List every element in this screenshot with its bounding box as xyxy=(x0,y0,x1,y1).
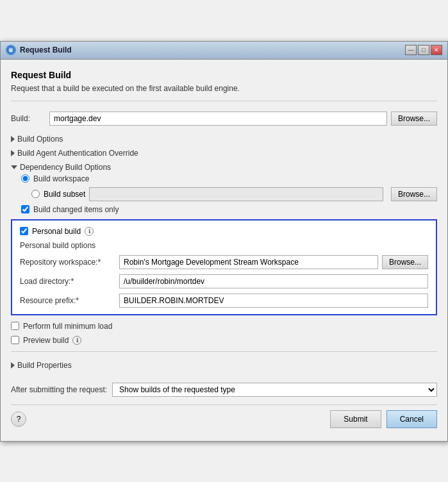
build-subset-radio[interactable] xyxy=(31,190,40,198)
action-buttons: Submit Cancel xyxy=(330,410,437,428)
repository-workspace-label: Repository workspace:* xyxy=(20,258,119,267)
svg-text:B: B xyxy=(9,48,12,53)
subset-browse-button[interactable]: Browse... xyxy=(391,187,437,201)
perform-minimum-load-label: Perform full minimum load xyxy=(23,322,112,331)
close-button[interactable]: ✕ xyxy=(431,45,442,55)
repository-workspace-row: Repository workspace:* Browse... xyxy=(20,255,428,269)
dependency-build-label: Dependency Build Options xyxy=(20,163,111,172)
help-button[interactable]: ? xyxy=(11,411,26,427)
dependency-build-options: Build workspace Build subset Browse... xyxy=(11,174,437,201)
personal-build-options-grid: Repository workspace:* Browse... Load di… xyxy=(20,255,428,308)
window-title: Request Build xyxy=(20,46,72,54)
perform-minimum-load-row: Perform full minimum load xyxy=(11,322,437,331)
build-label: Build: xyxy=(11,114,49,123)
title-bar: B Request Build — □ ✕ xyxy=(1,42,447,60)
resource-prefix-row: Resource prefix:* xyxy=(20,294,428,308)
preview-build-checkbox[interactable] xyxy=(11,336,19,344)
repository-workspace-input[interactable] xyxy=(119,255,378,269)
build-workspace-radio[interactable] xyxy=(21,174,29,183)
submit-button[interactable]: Submit xyxy=(330,410,381,428)
personal-options-title: Personal build options xyxy=(20,241,428,250)
dependency-build-triangle xyxy=(11,165,17,169)
preview-build-row: Preview build ℹ xyxy=(11,336,437,345)
after-submit-row: After submitting the request: Show build… xyxy=(11,383,437,397)
load-directory-label: Load directory:* xyxy=(20,277,119,286)
personal-build-box: Personal build ℹ Personal build options … xyxy=(11,219,437,315)
after-submit-select[interactable]: Show builds of the requested type Do not… xyxy=(112,383,437,397)
preview-build-label: Preview build xyxy=(23,336,69,345)
build-subset-row: Build subset Browse... xyxy=(21,187,437,201)
title-bar-left: B Request Build xyxy=(6,45,72,55)
preview-build-info-icon: ℹ xyxy=(72,336,81,345)
build-options-triangle xyxy=(11,136,15,142)
build-row: Build: Browse... xyxy=(11,112,437,126)
build-properties-section[interactable]: Build Properties xyxy=(11,358,437,372)
build-properties-triangle xyxy=(11,362,15,369)
resource-prefix-input[interactable] xyxy=(119,294,428,308)
dialog-content: Request Build Request that a build be ex… xyxy=(1,60,447,441)
personal-build-header: Personal build ℹ xyxy=(20,227,428,236)
resource-prefix-label: Resource prefix:* xyxy=(20,296,119,305)
build-browse-button[interactable]: Browse... xyxy=(391,112,437,126)
divider-1 xyxy=(11,351,437,352)
perform-minimum-load-checkbox[interactable] xyxy=(11,322,19,330)
build-agent-triangle xyxy=(11,150,15,156)
after-submit-label: After submitting the request: xyxy=(11,385,107,394)
build-agent-section[interactable]: Build Agent Authentication Override xyxy=(11,146,437,160)
build-changed-row: Build changed items only xyxy=(11,205,437,214)
maximize-button[interactable]: □ xyxy=(418,45,429,55)
load-directory-input[interactable] xyxy=(119,274,428,288)
minimize-button[interactable]: — xyxy=(405,45,417,55)
main-window: B Request Build — □ ✕ Request Build Requ… xyxy=(0,41,448,442)
page-description: Request that a build be executed on the … xyxy=(11,84,437,101)
build-subset-input[interactable] xyxy=(89,187,383,201)
page-title: Request Build xyxy=(11,70,437,80)
build-properties-label: Build Properties xyxy=(17,361,72,370)
build-workspace-row: Build workspace xyxy=(21,174,437,183)
dependency-build-section[interactable]: Dependency Build Options xyxy=(11,160,437,174)
personal-build-label: Personal build xyxy=(32,227,81,236)
build-workspace-label: Build workspace xyxy=(33,174,89,183)
build-options-section[interactable]: Build Options xyxy=(11,132,437,146)
button-row: ? Submit Cancel xyxy=(11,404,437,431)
title-bar-controls: — □ ✕ xyxy=(405,45,442,55)
build-input[interactable] xyxy=(49,112,387,126)
build-changed-label: Build changed items only xyxy=(33,205,119,214)
personal-build-checkbox[interactable] xyxy=(20,227,28,235)
cancel-button[interactable]: Cancel xyxy=(386,410,437,428)
build-options-label: Build Options xyxy=(17,135,63,144)
build-subset-label: Build subset xyxy=(44,190,85,199)
repository-browse-button[interactable]: Browse... xyxy=(382,255,428,269)
build-changed-checkbox[interactable] xyxy=(21,205,29,213)
build-icon: B xyxy=(6,45,16,55)
load-directory-row: Load directory:* xyxy=(20,274,428,288)
build-agent-label: Build Agent Authentication Override xyxy=(17,149,138,158)
personal-build-info-icon: ℹ xyxy=(85,227,94,236)
